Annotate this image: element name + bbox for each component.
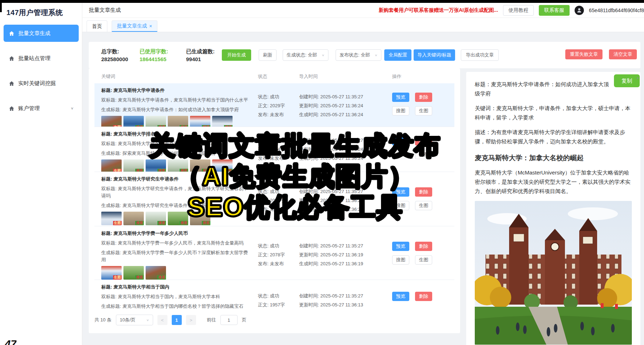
sidebar-item-article-generation[interactable]: 批量文章生成: [4, 25, 79, 42]
generate-image-button[interactable]: 生图: [415, 150, 432, 159]
generate-image-button[interactable]: 生图: [415, 106, 432, 115]
scroll-up-icon[interactable]: ▲: [636, 73, 639, 83]
page-size-select[interactable]: 10条/页∨: [116, 315, 153, 325]
article-thumbnail[interactable]: 搜图: [146, 116, 166, 127]
article-thumbnail[interactable]: 生图: [101, 116, 122, 127]
corner-watermark-fragment: 47: [5, 338, 16, 345]
page-title: 批量文章生成: [89, 7, 121, 14]
preview-button[interactable]: 预览: [392, 93, 409, 102]
contact-support-button[interactable]: 联系客服: [539, 5, 570, 16]
status-line: 状态: 成功: [258, 187, 301, 196]
promo-notice[interactable]: 新购套餐用户可联系客服赠送一万张AI原创生成配图...: [379, 7, 498, 14]
goto-page-input[interactable]: [220, 315, 238, 325]
generate-image-button[interactable]: 生图: [415, 201, 432, 210]
delete-button[interactable]: 删除: [415, 93, 432, 102]
delete-button[interactable]: 删除: [415, 187, 432, 197]
tutorial-button[interactable]: 使用教程: [503, 5, 534, 16]
preview-button[interactable]: 预览: [392, 136, 409, 146]
article-thumbnail[interactable]: 搜图: [190, 116, 210, 127]
delete-button[interactable]: 删除: [415, 242, 432, 251]
table-row[interactable]: 标题: 麦克马斯特大学研究生申请条件 双标题: 麦克马斯特大学研究生申请条件，麦…: [94, 172, 454, 226]
sidebar-item-keyword-mining[interactable]: 实时关键词挖掘: [4, 75, 79, 92]
generated-line: 生成时间: 2025-05-27 11:36:24: [299, 154, 389, 163]
article-thumbnail[interactable]: 搜图: [168, 159, 188, 172]
preview-button[interactable]: 预览: [392, 187, 409, 197]
export-success-button[interactable]: 导出成功文章: [461, 49, 499, 61]
status-cell: 状态: 成功 正文: 2029字 发布: 未发布: [258, 92, 301, 119]
article-thumbnail[interactable]: 搜图: [146, 159, 166, 172]
article-thumbnail[interactable]: 生图: [101, 212, 122, 225]
preview-description: 描述：为有意申请麦克马斯特大学的学生详细讲解申请要求及步骤，帮助你轻松掌握入学条…: [475, 128, 632, 146]
refresh-button[interactable]: 刷新: [259, 49, 277, 61]
words-line: 正文: 2078字: [258, 250, 301, 259]
article-thumbnail[interactable]: 搜图: [123, 116, 144, 127]
search-badge: 搜图: [202, 169, 210, 172]
current-page-button[interactable]: 1: [172, 315, 182, 325]
article-thumbnail[interactable]: 搜图: [146, 212, 166, 225]
import-keywords-button[interactable]: 导入关键词/标题: [414, 49, 455, 61]
user-id: 65e4811dfb644f690f4cf8: [589, 8, 644, 13]
preview-button[interactable]: 预览: [392, 242, 409, 251]
publish-status-select[interactable]: 发布状态: 全部∨: [336, 49, 381, 61]
keyword-cell: 标题: 麦克马斯特大学研究生申请条件 双标题: 麦克马斯特大学研究生申请条件，麦…: [101, 176, 252, 225]
stat-used-words: 已使用字数: 186441565: [140, 48, 168, 63]
table-row[interactable]: 标题: 麦克马斯特大学学费一年多少人民币 双标题: 麦克马斯特大学学费一年多少人…: [94, 226, 454, 280]
article-thumbnail[interactable]: 搜图: [123, 159, 144, 172]
time-cell: 创建时间: 2025-05-27 11:35:27 更新时间: 2025-05-…: [299, 136, 389, 163]
article-thumbnail[interactable]: 搜图: [146, 266, 166, 280]
article-thumbnail[interactable]: 搜图: [123, 212, 144, 225]
article-thumbnail[interactable]: 生图: [101, 266, 122, 280]
article-thumbnail[interactable]: 搜图: [212, 159, 233, 172]
avatar[interactable]: [575, 6, 584, 15]
words-line: 正文: 1957字: [258, 300, 301, 309]
generate-status-select[interactable]: 生成状态: 全部∨: [283, 49, 328, 61]
preview-body: 麦克马斯特大学（McMasterUniversity）位于加拿大安大略省的哈密尔…: [475, 168, 632, 196]
article-thumbnail[interactable]: 搜图: [168, 212, 188, 225]
tab-home[interactable]: 首页: [87, 20, 107, 32]
table-row[interactable]: 标题: 麦克马斯特大学申请条件 双标题: 麦克马斯特大学申请条件，麦克马斯特大学…: [94, 83, 454, 127]
home-icon: [9, 105, 15, 112]
search-image-button[interactable]: 搜图: [392, 255, 409, 265]
global-config-button[interactable]: 全局配置: [384, 49, 411, 61]
article-thumbnail[interactable]: 搜图: [190, 212, 210, 225]
article-thumbnail[interactable]: 搜图: [123, 266, 144, 280]
preview-button[interactable]: 预览: [392, 292, 409, 301]
search-badge: 搜图: [224, 169, 233, 172]
clear-articles-button[interactable]: 清空文章: [609, 49, 637, 59]
total-count: 共 10 条: [94, 317, 112, 323]
delete-button[interactable]: 删除: [415, 136, 432, 146]
prev-page-button[interactable]: <: [157, 315, 167, 325]
preview-keywords: 关键词：麦克马斯特大学，申请条件，加拿大大学，硕士申请，本科申请，留学，入学要求: [475, 104, 632, 122]
table-row[interactable]: 标题: 麦克马斯特大学相当于国内 双标题: 麦克马斯特大学相当于国内，麦克马斯特…: [94, 280, 454, 310]
sidebar-item-account[interactable]: 账户管理 ∨: [4, 100, 79, 117]
sidebar-item-label: 实时关键词挖掘: [18, 80, 56, 87]
created-line: 创建时间: 2025-05-27 11:35:27: [299, 92, 389, 101]
start-generate-button[interactable]: 开始生成: [222, 49, 251, 61]
generate-image-button[interactable]: 生图: [415, 255, 432, 265]
article-thumbnail[interactable]: 搜图: [168, 116, 188, 127]
article-thumbnail[interactable]: 生图: [101, 159, 122, 172]
words-line: 正文: 2041字: [258, 196, 301, 205]
tab-article-generation[interactable]: 批量文章生成 ×: [112, 20, 157, 32]
chevron-down-icon: ∨: [146, 318, 149, 321]
publish-line: 发布: 未发布: [258, 259, 301, 268]
search-image-button[interactable]: 搜图: [392, 150, 409, 159]
created-line: 创建时间: 2025-05-27 11:35:27: [299, 136, 389, 145]
article-thumbnail[interactable]: 搜图: [212, 116, 233, 127]
copy-button[interactable]: 复制: [614, 74, 640, 87]
row-generated-title: 生成标题: 麦克马斯特大学学费一年多少人民币？深度解析加拿大留学费用: [101, 249, 252, 263]
close-icon[interactable]: ×: [149, 23, 152, 29]
next-page-button[interactable]: >: [186, 315, 196, 325]
search-image-button[interactable]: 搜图: [392, 106, 409, 115]
status-cell: 状态: 成功 正文: 1957字: [258, 291, 301, 309]
table-row[interactable]: 标题: 麦克马斯特大学排名 双标题: 麦克马斯特大学排名，麦克马斯特大学世界排名…: [94, 127, 454, 172]
article-thumbnail[interactable]: 搜图: [190, 159, 210, 172]
delete-button[interactable]: 删除: [415, 292, 432, 301]
thumbnail-strip: 生图 搜图 搜图 搜图 搜图: [101, 212, 252, 225]
sidebar-item-site-management[interactable]: 批量站点管理: [4, 50, 79, 67]
publish-line: 发布: 未发布: [258, 154, 301, 163]
action-cell: 预览 删除 搜图 生图: [392, 187, 449, 210]
search-image-button[interactable]: 搜图: [392, 201, 409, 210]
thumbnail-strip: 生图 搜图 搜图 搜图 搜图 搜图: [101, 159, 252, 172]
reset-failed-button[interactable]: 重置失败文章: [565, 49, 602, 59]
